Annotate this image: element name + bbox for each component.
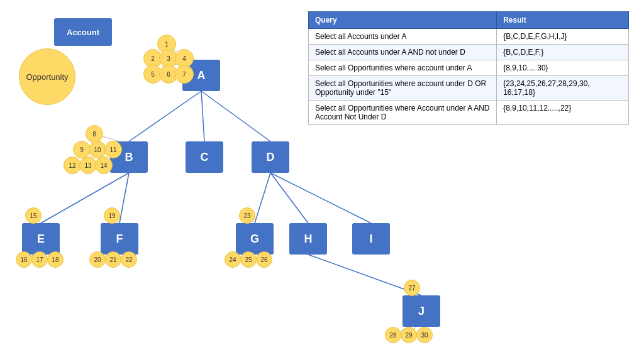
svg-line-5 bbox=[255, 173, 270, 223]
opportunity-19: 19 bbox=[104, 207, 120, 224]
opportunity-27: 27 bbox=[404, 280, 420, 296]
query-cell: Select all Opportunities where Account u… bbox=[309, 101, 497, 125]
table-header-query: Query bbox=[309, 12, 497, 29]
query-table: Query Result Select all Accounts under A… bbox=[308, 11, 629, 125]
opportunity-13: 13 bbox=[79, 156, 97, 174]
table-row: Select all Opportunities where Account u… bbox=[309, 101, 629, 125]
opportunity-22: 22 bbox=[121, 251, 137, 268]
svg-line-1 bbox=[201, 91, 204, 141]
legend-opportunity-label: Opportunity bbox=[23, 69, 71, 85]
legend-account-box: Account bbox=[54, 18, 112, 46]
account-node-H: H bbox=[289, 223, 327, 255]
opportunity-8: 8 bbox=[86, 125, 103, 143]
table-row: Select all Accounts under A{B,C,D,E,F,G,… bbox=[309, 29, 629, 45]
opportunity-16: 16 bbox=[16, 251, 32, 268]
account-node-E: E bbox=[22, 223, 60, 255]
result-cell: {B,C,D,E,F,G,H,I,J} bbox=[497, 29, 629, 45]
query-cell: Select all Accounts under A AND not unde… bbox=[309, 45, 497, 60]
opportunity-21: 21 bbox=[105, 251, 121, 268]
table-row: Select all Opportunities where account u… bbox=[309, 60, 629, 76]
opportunity-11: 11 bbox=[104, 141, 122, 158]
account-node-F: F bbox=[101, 223, 138, 255]
opportunity-30: 30 bbox=[416, 327, 433, 343]
opportunity-28: 28 bbox=[385, 327, 401, 343]
account-node-C: C bbox=[186, 141, 223, 173]
account-node-D: D bbox=[252, 141, 289, 173]
result-cell: {23,24,25,26,27,28,29,30, 16,17,18} bbox=[497, 76, 629, 101]
opportunity-20: 20 bbox=[89, 251, 106, 268]
svg-line-0 bbox=[129, 91, 201, 141]
svg-line-2 bbox=[201, 91, 270, 141]
account-node-J: J bbox=[402, 295, 440, 327]
legend-opportunity-circle: Opportunity bbox=[19, 48, 75, 105]
opportunity-7: 7 bbox=[175, 65, 194, 84]
account-node-G: G bbox=[236, 223, 274, 255]
opportunity-17: 17 bbox=[31, 251, 48, 268]
svg-line-7 bbox=[270, 173, 371, 223]
query-cell: Select all Opportunities where account u… bbox=[309, 60, 497, 76]
opportunity-9: 9 bbox=[73, 141, 91, 158]
opportunity-15: 15 bbox=[25, 207, 42, 224]
opportunity-24: 24 bbox=[225, 251, 241, 268]
result-cell: {8,9,10.... 30} bbox=[497, 60, 629, 76]
opportunity-18: 18 bbox=[47, 251, 64, 268]
svg-line-6 bbox=[270, 173, 308, 223]
account-node-I: I bbox=[352, 223, 390, 255]
query-cell: Select all Opportunities where account u… bbox=[309, 76, 497, 101]
svg-line-4 bbox=[119, 173, 129, 223]
table-row: Select all Accounts under A AND not unde… bbox=[309, 45, 629, 60]
opportunity-29: 29 bbox=[401, 327, 417, 343]
opportunity-10: 10 bbox=[89, 141, 106, 158]
opportunity-23: 23 bbox=[239, 207, 255, 224]
table-header-result: Result bbox=[497, 12, 629, 29]
result-cell: {8,9,10,11,12.....,22} bbox=[497, 101, 629, 125]
opportunity-25: 25 bbox=[240, 251, 257, 268]
result-cell: {B,C,D,E,F,} bbox=[497, 45, 629, 60]
table-row: Select all Opportunities where account u… bbox=[309, 76, 629, 101]
query-cell: Select all Accounts under A bbox=[309, 29, 497, 45]
opportunity-26: 26 bbox=[256, 251, 272, 268]
opportunity-12: 12 bbox=[64, 156, 81, 174]
opportunity-14: 14 bbox=[95, 156, 113, 174]
legend-account-label: Account bbox=[67, 28, 99, 37]
